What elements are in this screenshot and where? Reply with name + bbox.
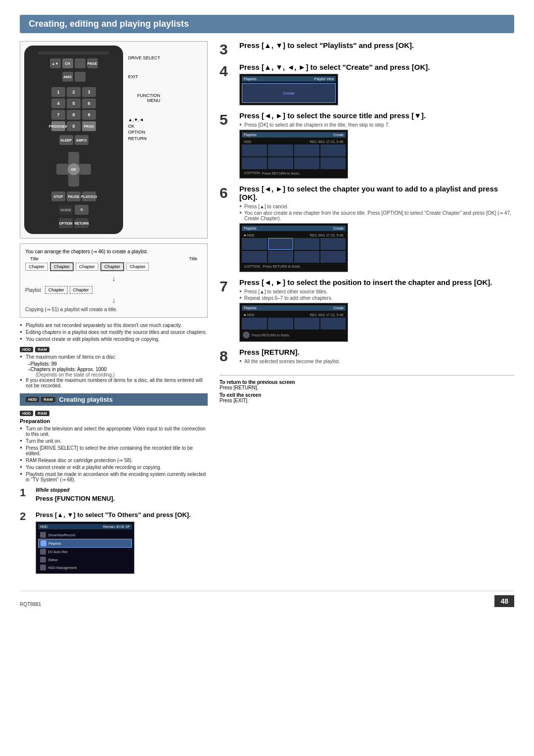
chapter-4: Chapter — [100, 262, 124, 271]
pvs-left: Playlists — [244, 77, 257, 81]
step-5-num: 5 — [220, 112, 234, 127]
key-5[interactable]: 5 — [67, 98, 81, 108]
step-1-content: While stopped Press [FUNCTION MENU]. — [36, 487, 208, 504]
ss-cell-6-2 — [268, 238, 293, 250]
pvs-create: Create — [242, 83, 336, 103]
diagram-copy-note: Copying (⇒ 51) a playlist will create a … — [25, 307, 202, 312]
step-8-content: Press [RETURN]. All the selected scenes … — [239, 348, 514, 365]
playlist-diagram: You can arrange the chapters (⇒ 46) to c… — [20, 243, 208, 318]
step-2: 2 Press [▲, ▼] to select "To Others" and… — [20, 511, 208, 574]
pvs-create-label: Create — [283, 91, 295, 95]
step-6-num: 6 — [220, 186, 234, 200]
ram-badge-3: RAM — [35, 411, 49, 416]
key-8[interactable]: 8 — [67, 110, 81, 120]
left-column: ▲▼ CH PAGE AM/3 1 2 3 — [20, 41, 208, 581]
step-7-title: Press [◄, ►] to select the position to i… — [239, 278, 514, 286]
key-2[interactable]: 2 — [67, 87, 81, 97]
prep-note-1: Turn the unit on. — [20, 438, 208, 444]
key-1[interactable]: 1 — [51, 87, 65, 97]
return-label: RETURN — [128, 136, 160, 142]
key-ok-btn[interactable]: ⊙ — [75, 205, 89, 215]
key-pause[interactable]: PAUSE — [67, 191, 81, 201]
hdd-badge-2: HDD — [26, 397, 39, 402]
fs-item-3: Status — [38, 556, 132, 564]
key-prog[interactable]: PROGVIEW — [51, 121, 65, 131]
step-2-num: 2 — [20, 511, 32, 522]
remote-body: ▲▼ CH PAGE AM/3 1 2 3 — [24, 46, 123, 234]
ss-grid-5 — [242, 144, 346, 169]
prep-note-2: Press [DRIVE SELECT] to select the drive… — [20, 445, 208, 456]
arrows-label: ▲,▼,◄ — [128, 117, 160, 123]
hdd-note-chapters: –Chapters in playlists: Approx. 1000 — [20, 367, 208, 372]
step-5-note-0: Press [OK] to select all the chapters in… — [239, 122, 514, 128]
source-screen-5: Playlists Create HDDREC 4KG 17:13, 5:4E — [239, 130, 348, 179]
step-8-title: Press [RETURN]. — [239, 348, 514, 356]
ss-cell-6-5 — [242, 251, 267, 263]
note-2: Editing chapters in a playlist does not … — [20, 330, 208, 335]
exit-label-remote: EXIT — [128, 74, 160, 79]
chapter-5: Chapter — [126, 263, 149, 271]
step-5-content: Press [◄, ►] to select the source title … — [239, 111, 514, 179]
ss-cell-6-7 — [294, 251, 319, 263]
return-instruction: Press [RETURN]. — [220, 385, 514, 390]
creating-playlists-title: Creating playlists — [59, 396, 113, 403]
drive-select-label: DRIVE SELECT — [128, 55, 160, 60]
ss-create: Create — [333, 133, 344, 137]
fs-item-2: DV Auto Rec — [38, 548, 132, 556]
arrow-down-2: ↓ — [25, 296, 202, 305]
key-prog2[interactable]: PROG — [82, 121, 96, 131]
prep-note-3: RAM Release disc or cartridge protection… — [20, 458, 208, 463]
fs-item-4: HDD Management — [38, 564, 132, 571]
prep-note-0: Turn on the television and select the ap… — [20, 426, 208, 437]
key-play13[interactable]: PLAY/X13 — [82, 191, 96, 201]
key-4[interactable]: 4 — [51, 98, 65, 108]
ss-cell-6-8 — [320, 251, 346, 263]
general-notes: Playlists are not recorded separately so… — [20, 323, 208, 342]
prep-note-4: You cannot create or edit a playlist whi… — [20, 465, 208, 470]
key-7[interactable]: 7 — [51, 110, 65, 120]
key-9[interactable]: 9 — [82, 110, 96, 120]
ss-header-5: Playlists Create — [242, 132, 346, 138]
step-6-note-1: You can also create a new chapter from t… — [239, 210, 514, 221]
ss-info-7: ■ HDDREC 4KG 17:13, 5:4E — [242, 312, 346, 318]
key-return[interactable]: RETURN — [75, 218, 89, 228]
playlist-label: Playlist — [25, 287, 41, 293]
remote-labels: DRIVE SELECT EXIT FUNCTION MENU ▲,▼,◄ OK… — [128, 46, 160, 142]
fs-item-1: Playlists — [38, 539, 132, 548]
key-0[interactable]: 0 — [67, 121, 81, 131]
ss-cell-2 — [268, 144, 293, 156]
ss-cell-6 — [268, 157, 293, 169]
key-3[interactable]: 3 — [82, 87, 96, 97]
remote-diagram: ▲▼ CH PAGE AM/3 1 2 3 — [20, 41, 208, 238]
dpad[interactable]: OK — [56, 152, 91, 187]
key-guide[interactable]: GUIDE — [59, 205, 73, 215]
step-8-num: 8 — [220, 349, 234, 364]
right-steps: 3 Press [▲, ▼] to select "Playlists" and… — [220, 41, 514, 403]
ss-cell-5 — [242, 157, 267, 169]
footer-notes: To return to the previous screen Press [… — [220, 375, 514, 403]
ss-create-7: Create — [333, 306, 344, 310]
fs-remain: Remain 30:00 SP — [103, 525, 130, 528]
ss-cell-7-1 — [242, 318, 267, 330]
step-3-num: 3 — [220, 42, 234, 57]
right-column: 3 Press [▲, ▼] to select "Playlists" and… — [220, 41, 514, 581]
key-stop[interactable]: STOP — [51, 191, 65, 201]
exit-heading: To exit the screen — [220, 392, 514, 398]
key-6[interactable]: 6 — [82, 98, 96, 108]
key-option[interactable]: OPTION — [59, 218, 73, 228]
creating-playlists-header: HDD RAM Creating playlists — [20, 393, 208, 406]
note-3: You cannot create or edit playlists whil… — [20, 336, 208, 342]
ss-hdd-6: Playlists — [244, 227, 257, 230]
step-8-note-0: All the selected scenes become the playl… — [239, 359, 514, 364]
step-1: 1 While stopped Press [FUNCTION MENU]. — [20, 487, 208, 504]
function-menu-screen: HDD Remain 30:00 SP ShowViewRecord Playl… — [36, 521, 134, 574]
diagram-description: You can arrange the chapters (⇒ 46) to c… — [25, 249, 202, 254]
ram-badge: RAM — [35, 347, 49, 352]
step-1-text: Press [FUNCTION MENU]. — [36, 495, 208, 502]
step-2-content: Press [▲, ▼] to select "To Others" and p… — [36, 511, 208, 574]
hdd-note-depends: (Depends on the state of recording.) — [20, 372, 208, 378]
ss-header-7: Playlists Create — [242, 305, 346, 311]
chapter-1: Chapter — [25, 263, 48, 271]
ss-grid-7 — [242, 318, 346, 330]
fs-header: HDD Remain 30:00 SP — [38, 524, 132, 529]
